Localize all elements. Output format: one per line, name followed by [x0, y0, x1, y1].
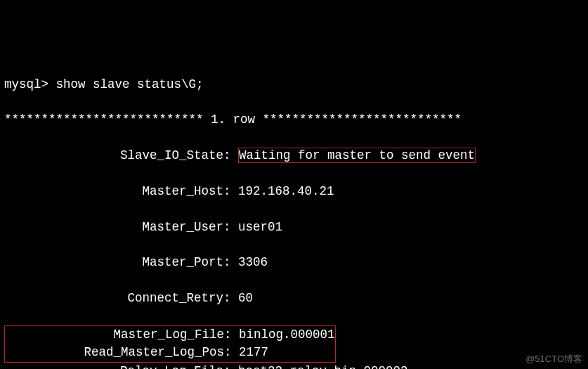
row-sep-left: *************************** 1.	[4, 112, 233, 127]
row-sep-word: row	[233, 112, 256, 127]
label-master-host: Master_Host	[4, 183, 223, 200]
field-master-host: Master_Host: 192.168.40.21	[4, 183, 588, 200]
mysql-prompt: mysql>	[4, 77, 56, 91]
command-text: show slave status\G;	[56, 77, 204, 91]
label-slave-io-state: Slave_IO_State	[4, 147, 223, 164]
value-connect-retry: 60	[238, 291, 253, 305]
value-master-log-file: binlog.000001	[239, 328, 335, 342]
value-master-host: 192.168.40.21	[238, 184, 334, 198]
field-master-log-file: Master_Log_File: binlog.000001	[5, 326, 335, 344]
field-relay-log-file: Relay_Log_File: host22-relay-bin.000002	[4, 363, 588, 370]
label-read-master-log-pos: Read_Master_Log_Pos	[5, 344, 224, 361]
value-relay-log-file: host22-relay-bin.000002	[238, 364, 408, 370]
label-relay-log-file: Relay_Log_File	[4, 363, 223, 370]
label-master-port: Master_Port	[4, 254, 223, 271]
value-slave-io-state: Waiting for master to send event	[238, 148, 476, 163]
value-read-master-log-pos: 2177	[239, 345, 268, 359]
label-master-user: Master_User	[4, 219, 223, 236]
value-master-port: 3306	[238, 255, 268, 269]
row-separator: *************************** 1. row *****…	[4, 111, 588, 129]
field-slave-io-state: Slave_IO_State: Waiting for master to se…	[4, 147, 588, 164]
watermark: @51CTO博客	[525, 353, 582, 366]
label-master-log-file: Master_Log_File	[5, 326, 224, 344]
field-master-port: Master_Port: 3306	[4, 254, 588, 271]
value-master-user: user01	[238, 220, 282, 234]
row-sep-right: ***************************	[255, 112, 462, 127]
field-read-master-log-pos: Read_Master_Log_Pos: 2177	[5, 344, 335, 361]
command-line[interactable]: mysql> show slave status\G;	[4, 76, 588, 93]
highlight-box-logpos: Master_Log_File: binlog.000001Read_Maste…	[4, 345, 336, 359]
field-master-user: Master_User: user01	[4, 219, 588, 236]
field-connect-retry: Connect_Retry: 60	[4, 290, 588, 307]
label-connect-retry: Connect_Retry	[4, 290, 223, 307]
